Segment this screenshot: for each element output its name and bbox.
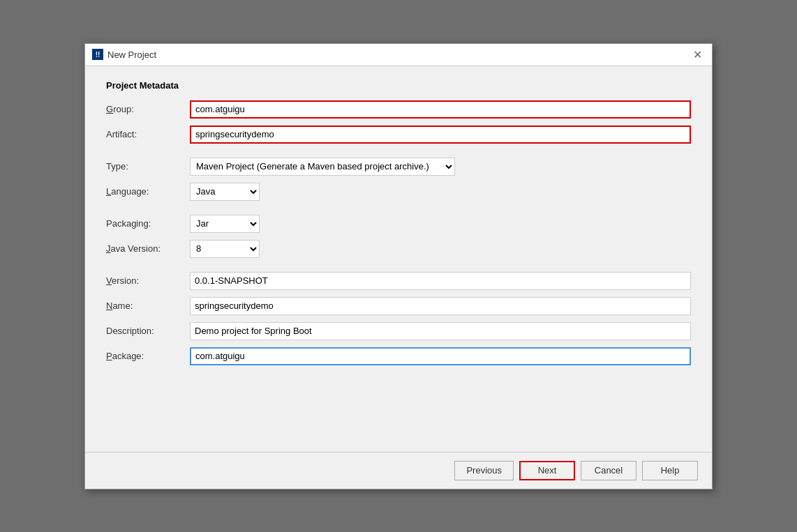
help-label: Help: [661, 465, 680, 476]
previous-label: Previous: [466, 465, 502, 476]
type-row: Type: Maven Project (Generate a Maven ba…: [106, 158, 691, 176]
package-input[interactable]: [190, 347, 691, 365]
description-input[interactable]: [190, 322, 691, 340]
package-label: Package:: [106, 351, 190, 361]
title-bar: !! New Project ✕: [85, 44, 712, 66]
section-title: Project Metadata: [106, 80, 691, 91]
type-select[interactable]: Maven Project (Generate a Maven based pr…: [190, 158, 455, 176]
description-row: Description:: [106, 322, 691, 340]
name-input[interactable]: [190, 297, 691, 315]
artifact-row: Artifact:: [106, 126, 691, 144]
language-label: Language:: [106, 186, 190, 197]
title-bar-left: !! New Project: [92, 49, 156, 60]
cancel-label: Cancel: [595, 465, 623, 476]
version-input[interactable]: [190, 272, 691, 290]
help-button[interactable]: Help: [642, 461, 698, 480]
artifact-input[interactable]: [190, 126, 691, 144]
close-button[interactable]: ✕: [690, 48, 705, 61]
app-icon: !!: [92, 49, 103, 60]
name-row: Name:: [106, 297, 691, 315]
cancel-button[interactable]: Cancel: [581, 461, 636, 480]
next-label: Next: [538, 465, 557, 476]
dialog-content: Project Metadata Group: Artifact: Type: …: [85, 66, 712, 452]
dialog-footer: Previous Next Cancel Help: [85, 452, 712, 489]
language-row: Language: Java Kotlin Groovy: [106, 183, 691, 201]
language-select[interactable]: Java Kotlin Groovy: [190, 183, 260, 201]
dialog-title: New Project: [107, 50, 156, 60]
next-button[interactable]: Next: [519, 461, 575, 480]
description-label: Description:: [106, 326, 190, 336]
type-label: Type:: [106, 161, 190, 172]
java-version-row: Java Version: 8 11 17 21: [106, 240, 691, 258]
packaging-label: Packaging:: [106, 218, 190, 229]
packaging-select[interactable]: Jar War: [190, 215, 260, 233]
name-label: Name:: [106, 301, 190, 311]
new-project-dialog: !! New Project ✕ Project Metadata Group:…: [84, 43, 713, 489]
java-version-label: Java Version:: [106, 243, 190, 254]
previous-button[interactable]: Previous: [454, 461, 514, 480]
group-label: Group:: [106, 104, 190, 114]
group-input[interactable]: [190, 100, 691, 119]
java-version-select[interactable]: 8 11 17 21: [190, 240, 260, 258]
artifact-label: Artifact:: [106, 129, 190, 139]
package-row: Package:: [106, 347, 691, 365]
group-row: Group:: [106, 100, 691, 119]
packaging-row: Packaging: Jar War: [106, 215, 691, 233]
version-row: Version:: [106, 272, 691, 290]
version-label: Version:: [106, 275, 190, 286]
